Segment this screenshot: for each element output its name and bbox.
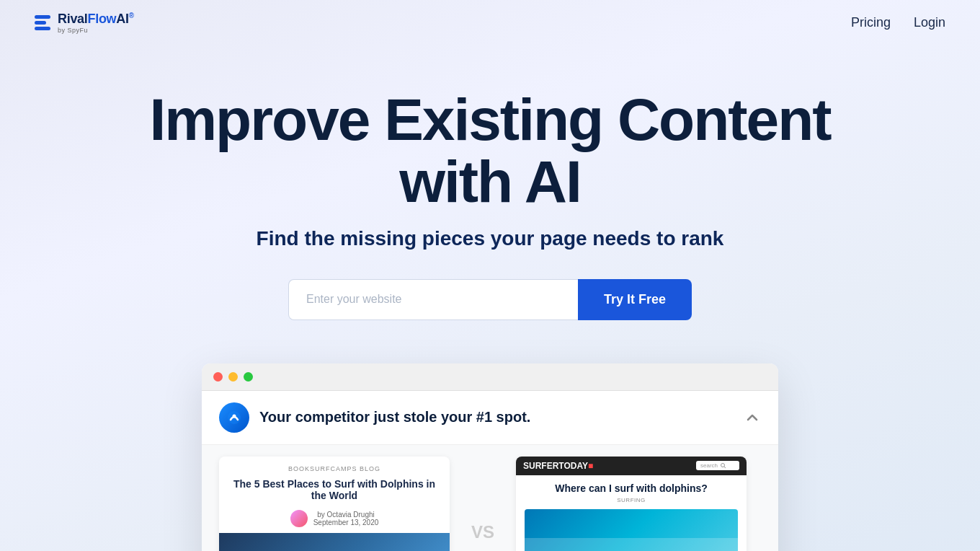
svg-line-3 <box>724 467 726 468</box>
logo-text-container: RivalFlowAI® by SpyFu <box>58 12 134 34</box>
author-date: September 13, 2020 <box>313 519 379 526</box>
browser-titlebar <box>202 363 778 391</box>
surfer-image-inner <box>525 538 738 551</box>
hero-title: Improve Existing Content with AI <box>94 89 886 213</box>
browser-content: Your competitor just stole your #1 spot.… <box>202 391 778 551</box>
content-area: BOOKSURFCAMPS BLOG The 5 Best Places to … <box>202 445 778 551</box>
logo-main-text: RivalFlowAI® <box>58 12 134 27</box>
nav: Pricing Login <box>851 15 945 30</box>
surfer-search: search <box>696 461 739 470</box>
right-content-card: SURFERTODAY■ search Where c <box>516 457 747 551</box>
surfer-tag: SURFING <box>525 497 738 503</box>
surfer-title: Where can I surf with dolphins? <box>525 482 738 494</box>
chevron-up-icon[interactable] <box>744 409 761 426</box>
logo-icon <box>35 15 50 30</box>
surfer-search-text: search <box>700 462 718 469</box>
logo-bar-1 <box>35 15 50 19</box>
logo-sub-text: by SpyFu <box>58 27 134 34</box>
hero-subtitle: Find the missing pieces your page needs … <box>257 227 724 250</box>
surfer-main-image <box>525 509 738 551</box>
card-title: The 5 Best Places to Surf with Dolphins … <box>219 475 450 507</box>
author-info: by Octavia Drughi September 13, 2020 <box>313 511 379 526</box>
left-content-card: BOOKSURFCAMPS BLOG The 5 Best Places to … <box>219 457 450 551</box>
try-free-button[interactable]: Try It Free <box>578 279 692 320</box>
vs-badge: VS <box>461 522 504 542</box>
author-name: by Octavia Drughi <box>313 511 379 519</box>
svg-point-1 <box>233 414 236 418</box>
cards-row: BOOKSURFCAMPS BLOG The 5 Best Places to … <box>219 457 761 551</box>
notification-bar: Your competitor just stole your #1 spot. <box>202 391 778 445</box>
header: RivalFlowAI® by SpyFu Pricing Login <box>0 0 980 45</box>
logo-bar-2 <box>35 21 46 25</box>
blog-label: BOOKSURFCAMPS BLOG <box>219 457 450 475</box>
logo[interactable]: RivalFlowAI® by SpyFu <box>35 12 134 34</box>
notification-title: Your competitor just stole your #1 spot. <box>259 409 530 426</box>
notification-logo-icon <box>219 402 249 433</box>
browser-dot-yellow <box>228 372 238 382</box>
author-avatar <box>290 510 308 527</box>
pricing-link[interactable]: Pricing <box>851 15 891 30</box>
card-author: by Octavia Drughi September 13, 2020 <box>219 507 450 533</box>
browser-dot-red <box>213 372 223 382</box>
website-input[interactable] <box>288 279 578 320</box>
surfer-logo: SURFERTODAY■ <box>523 461 593 471</box>
hero-section: Improve Existing Content with AI Find th… <box>0 45 980 551</box>
browser-demo: Your competitor just stole your #1 spot.… <box>202 363 778 551</box>
logo-bars <box>35 15 50 30</box>
search-container: Try It Free <box>288 279 692 320</box>
surfer-header: SURFERTODAY■ search <box>516 457 747 475</box>
logo-bar-3 <box>35 27 50 30</box>
card-image <box>219 533 450 551</box>
login-link[interactable]: Login <box>914 15 945 30</box>
browser-dot-green <box>244 372 253 382</box>
notification-left: Your competitor just stole your #1 spot. <box>219 402 530 433</box>
surfer-content: Where can I surf with dolphins? SURFING … <box>516 475 747 551</box>
svg-point-2 <box>721 463 725 467</box>
